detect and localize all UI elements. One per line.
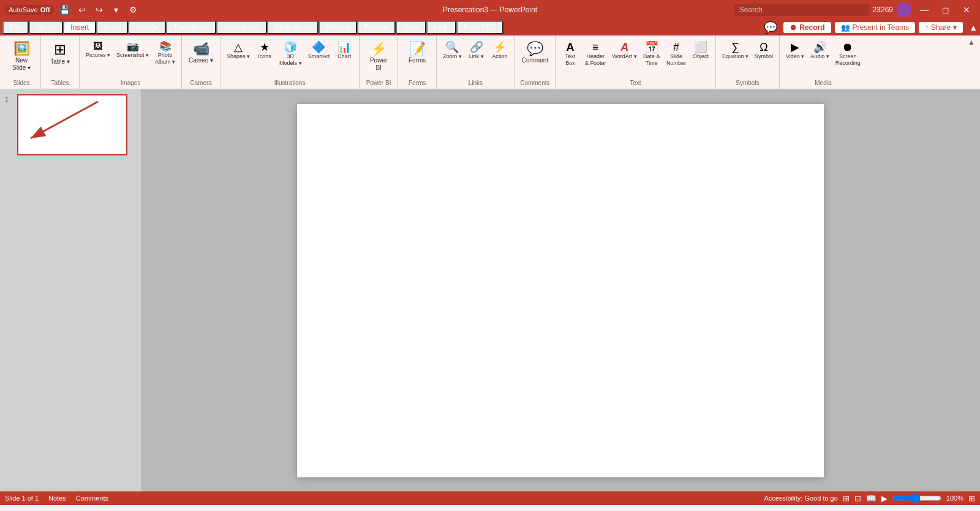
media-group-label: Media	[815, 77, 831, 86]
record-button[interactable]: ⏺ Record	[783, 22, 831, 33]
ribbon-group-comments: 💬 Comment Comments	[515, 35, 556, 89]
chart-icon: 📊	[337, 42, 351, 53]
menu-item-transitions[interactable]: Transitions	[166, 21, 216, 34]
camera-group-label: Camera	[190, 77, 212, 86]
ribbon: 🖼️ NewSlide ▾ Slides ⊞ Table ▾ Tables 🖼 …	[0, 35, 980, 89]
slide-thumbnail-1[interactable]: 1	[5, 94, 136, 155]
title-bar-right: 23269 — ◻ ✕	[734, 0, 975, 20]
slide-canvas[interactable]	[297, 104, 824, 477]
menu-item-animations[interactable]: Animations	[216, 21, 267, 34]
ribbon-group-tables: ⊞ Table ▾ Tables	[41, 35, 80, 89]
cameo-button[interactable]: 📹 Cameo ▾	[186, 40, 216, 66]
menu-item-insert[interactable]: Insert	[63, 21, 96, 34]
forms-button[interactable]: 📝 Forms	[402, 40, 432, 66]
status-right: Accessibility: Good to go ⊞ ⊡ 📖 ▶ 100% ⊞	[764, 493, 975, 503]
redo-button[interactable]: ↪	[93, 4, 105, 16]
screenshot-button[interactable]: 📷 Screenshot ▾	[114, 40, 151, 60]
ribbon-collapse-button[interactable]: ▲	[969, 23, 978, 32]
powerbi-group-label: Power BI	[366, 77, 391, 86]
avatar[interactable]	[897, 2, 911, 17]
link-button[interactable]: 🔗 Link ▾	[466, 40, 488, 61]
slideshow-button[interactable]: ▶	[881, 494, 888, 503]
slide-preview[interactable]	[17, 94, 127, 155]
undo-button[interactable]: ↩	[76, 4, 88, 16]
comments-status-button[interactable]: Comments	[76, 494, 108, 502]
audio-button[interactable]: 🔊 Audio ▾	[808, 40, 832, 61]
menu-item-design[interactable]: Design	[128, 21, 165, 34]
date-time-button[interactable]: 📅 Date &Time	[641, 40, 663, 68]
smartart-button[interactable]: 🔷 SmartArt	[306, 40, 333, 61]
reading-view-button[interactable]: 📖	[866, 494, 876, 503]
screen-recording-icon: ⏺	[842, 42, 853, 53]
arrow-annotation	[18, 95, 126, 154]
menu-item-home[interactable]: Home	[29, 21, 63, 34]
customize-button[interactable]: ▾	[110, 4, 123, 16]
equation-button[interactable]: ∑ Equation ▾	[720, 40, 751, 61]
3d-models-button[interactable]: 🧊 3DModels ▾	[277, 40, 304, 68]
autosave-settings[interactable]: ⚙	[127, 4, 140, 16]
menu-item-foxit[interactable]: Foxit PDF	[456, 21, 503, 34]
minimize-button[interactable]: —	[915, 0, 933, 20]
symbol-icon: Ω	[760, 42, 767, 53]
zoom-slider[interactable]	[892, 493, 941, 503]
slide-sorter-button[interactable]: ⊡	[854, 494, 861, 503]
chart-button[interactable]: 📊 Chart	[333, 40, 355, 61]
menu-item-record[interactable]: Record	[318, 21, 357, 34]
slide-panel: 1	[0, 89, 141, 491]
object-icon: ⬜	[694, 42, 707, 53]
forms-group-label: Forms	[409, 77, 426, 86]
ribbon-collapse-area: ▲	[965, 35, 978, 89]
header-footer-button[interactable]: ≡ Header& Footer	[582, 40, 609, 68]
table-button[interactable]: ⊞ Table ▾	[45, 40, 75, 67]
forms-icon: 📝	[409, 42, 426, 56]
links-group-label: Links	[469, 77, 483, 86]
autosave-state: Off	[40, 6, 50, 13]
restore-button[interactable]: ◻	[937, 0, 954, 20]
icons-button[interactable]: ★ Icons	[254, 40, 276, 61]
ribbon-group-slides: 🖼️ NewSlide ▾ Slides	[2, 35, 41, 89]
shapes-button[interactable]: △ Shapes ▾	[224, 40, 252, 61]
action-button[interactable]: ⚡ Action	[489, 40, 511, 61]
normal-view-button[interactable]: ⊞	[843, 494, 850, 503]
object-button[interactable]: ⬜ Object	[690, 40, 712, 61]
new-slide-button[interactable]: 🖼️ NewSlide ▾	[6, 40, 37, 73]
canvas-area[interactable]	[141, 89, 980, 491]
date-time-icon: 📅	[645, 42, 658, 53]
search-input[interactable]	[734, 4, 869, 16]
autosave-toggle[interactable]: AutoSave Off	[5, 5, 54, 15]
menu-item-slideshow[interactable]: Slide Show	[267, 21, 318, 34]
symbols-group-label: Symbols	[736, 77, 759, 86]
photo-album-button[interactable]: 📚 PhotoAlbum ▾	[153, 40, 178, 67]
comment-icon: 💬	[527, 42, 543, 56]
slides-group-label: Slides	[13, 77, 29, 86]
present-teams-button[interactable]: 👥 Present in Teams	[835, 22, 916, 33]
slide-number-button[interactable]: # SlideNumber	[664, 40, 688, 68]
new-slide-icon: 🖼️	[13, 42, 30, 56]
video-button[interactable]: ▶ Video ▾	[783, 40, 807, 61]
pictures-button[interactable]: 🖼 Pictures ▾	[83, 40, 113, 60]
powerbi-button[interactable]: ⚡ PowerBI	[363, 40, 394, 73]
close-button[interactable]: ✕	[958, 0, 975, 20]
svg-line-0	[31, 102, 98, 138]
comments-button[interactable]: 💬	[761, 18, 780, 37]
menu-item-help[interactable]: Help	[426, 21, 456, 34]
menu-item-file[interactable]: File	[2, 21, 29, 34]
menu-item-draw[interactable]: Draw	[96, 21, 128, 34]
ribbon-group-images: 🖼 Pictures ▾ 📷 Screenshot ▾ 📚 PhotoAlbum…	[80, 35, 182, 89]
fit-slide-button[interactable]: ⊞	[968, 494, 975, 503]
zoom-level: 100%	[946, 494, 963, 502]
symbol-button[interactable]: Ω Symbol	[752, 40, 775, 61]
notes-button[interactable]: Notes	[48, 494, 66, 502]
comment-button[interactable]: 💬 Comment	[519, 40, 551, 66]
wordart-button[interactable]: A WordArt ▾	[610, 40, 639, 61]
textbox-button[interactable]: A TextBox	[559, 40, 581, 68]
save-button[interactable]: 💾	[59, 4, 71, 16]
screen-recording-button[interactable]: ⏺ ScreenRecording	[833, 40, 863, 68]
3d-models-icon: 🧊	[284, 42, 297, 53]
menu-item-view[interactable]: View	[396, 21, 426, 34]
share-button[interactable]: ↑ Share ▾	[919, 22, 963, 33]
ribbon-expand-button[interactable]: ▲	[968, 38, 975, 47]
icons-icon: ★	[260, 42, 270, 53]
menu-item-review[interactable]: Review	[357, 21, 396, 34]
zoom-button[interactable]: 🔍 Zoom ▾	[440, 40, 464, 61]
